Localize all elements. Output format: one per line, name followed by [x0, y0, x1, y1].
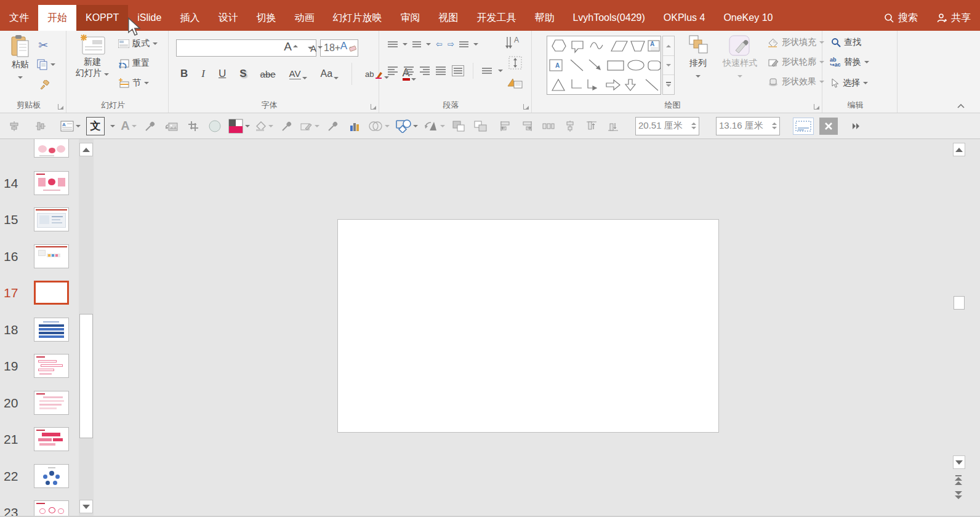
align-objects-left-button[interactable] — [497, 117, 513, 135]
align-center-horizontal-button[interactable] — [6, 117, 22, 135]
arrange-button[interactable]: 排列 — [682, 34, 714, 80]
tab-view[interactable]: 视图 — [429, 5, 467, 31]
new-slide-dropdown[interactable] — [104, 73, 109, 76]
shape-outline-tool-button[interactable] — [300, 117, 319, 135]
text-direction-button[interactable]: A — [505, 36, 521, 50]
copy-button[interactable] — [37, 59, 55, 70]
thumbnail-slide-21[interactable] — [34, 427, 69, 451]
close-tool-button[interactable] — [819, 118, 838, 135]
share-button[interactable]: 共享 — [927, 5, 980, 31]
horizontal-text-box-button[interactable]: A — [60, 117, 81, 135]
align-left-button[interactable] — [388, 65, 398, 76]
text-box-tool-button[interactable] — [793, 118, 814, 135]
previous-slide-button[interactable] — [955, 475, 962, 485]
thumbnail-slide-14[interactable] — [34, 171, 69, 195]
find-button[interactable]: 查找 — [831, 37, 861, 48]
line-spacing-button[interactable] — [459, 40, 468, 49]
align-right-button[interactable] — [420, 65, 430, 76]
distribute-button[interactable] — [452, 65, 464, 76]
collapse-ribbon-button[interactable] — [957, 103, 965, 109]
shrink-font-button[interactable]: A — [307, 38, 326, 55]
canvas-scrollbar[interactable] — [953, 139, 965, 517]
eyedropper-button-2[interactable] — [279, 117, 295, 135]
align-bottom-button[interactable] — [605, 117, 621, 135]
shape-height-field[interactable]: 13.16 厘米 — [716, 117, 780, 135]
tab-developer[interactable]: 开发工具 — [467, 5, 525, 31]
tab-animations[interactable]: 动画 — [285, 5, 323, 31]
clipboard-dialog-launcher[interactable] — [58, 104, 63, 110]
tab-home[interactable]: 开始 — [38, 5, 76, 31]
slide-canvas[interactable] — [337, 219, 719, 433]
tab-lvyhtools[interactable]: LvyhTools(0429) — [563, 5, 654, 31]
align-center-stack-button[interactable] — [562, 117, 578, 135]
align-middle-vertical-button[interactable] — [33, 117, 49, 135]
thumbnail-scroll-thumb[interactable] — [79, 314, 93, 438]
shape-gallery-down[interactable] — [663, 55, 674, 74]
thumbnail-slide-13[interactable] — [34, 139, 69, 158]
height-spin-down[interactable] — [772, 127, 777, 129]
layout-button[interactable]: 版式 — [118, 38, 158, 49]
toolbar-overflow-button[interactable] — [848, 117, 864, 135]
numbering-button[interactable] — [412, 40, 421, 49]
thumbnail-scrollbar[interactable] — [79, 139, 94, 517]
paste-dropdown[interactable] — [18, 76, 23, 79]
shape-effects-button[interactable]: 形状效果 — [768, 76, 824, 87]
canvas-scroll-up[interactable] — [953, 143, 965, 156]
align-objects-right-button[interactable] — [519, 117, 535, 135]
align-top-button[interactable] — [584, 117, 600, 135]
strikethrough-button[interactable]: abe — [257, 67, 279, 81]
thumbnail-scroll-down[interactable] — [79, 500, 93, 513]
quick-styles-button[interactable]: 快速样式 — [717, 34, 763, 80]
underline-button[interactable]: U — [215, 66, 229, 82]
tab-insert[interactable]: 插入 — [171, 5, 209, 31]
thumbnail-slide-15[interactable] — [34, 207, 69, 231]
align-text-button[interactable] — [508, 55, 523, 70]
chart-button[interactable] — [347, 117, 363, 135]
columns-dropdown[interactable] — [498, 70, 503, 72]
convert-smartart-button[interactable] — [507, 76, 523, 90]
shape-gallery-up[interactable] — [663, 36, 674, 55]
thumbnail-slide-19[interactable] — [34, 354, 69, 378]
thumbnail-slide-22[interactable] — [34, 464, 69, 488]
copy-dropdown[interactable] — [50, 63, 55, 66]
change-case-button[interactable]: Aa — [318, 66, 342, 81]
justify-button[interactable] — [436, 65, 446, 76]
width-spin-down[interactable] — [691, 127, 696, 129]
merge-shapes-button[interactable] — [368, 117, 390, 135]
theme-color-swatch-button[interactable] — [228, 117, 250, 135]
thumbnail-slide-20[interactable] — [34, 391, 69, 415]
vertical-text-box-dropdown[interactable] — [110, 125, 115, 127]
thumbnail-scroll-up[interactable] — [79, 143, 93, 156]
shape-gallery[interactable]: AA — [547, 36, 661, 95]
eyedropper-button-3[interactable] — [325, 117, 341, 135]
cut-button[interactable]: ✂ — [38, 38, 48, 52]
next-slide-button[interactable] — [955, 491, 962, 499]
format-painter-button[interactable] — [38, 80, 49, 91]
width-spin-up[interactable] — [691, 122, 696, 125]
eyedropper-button-1[interactable] — [142, 117, 158, 135]
line-spacing-dropdown[interactable] — [473, 43, 478, 46]
thumbnail-slide-23[interactable] — [34, 500, 69, 517]
vertical-text-box-button[interactable]: 文 — [86, 117, 105, 135]
circle-tool-button[interactable] — [207, 117, 223, 135]
tab-slideshow[interactable]: 幻灯片放映 — [323, 5, 391, 31]
shape-outline-button[interactable]: 形状轮廓 — [768, 57, 824, 68]
shape-fill-tool-button[interactable] — [255, 117, 273, 135]
text-shadow-button[interactable]: S — [236, 66, 249, 82]
combine-shapes-button[interactable] — [395, 117, 418, 135]
bring-forward-button[interactable] — [451, 117, 467, 135]
bullets-dropdown[interactable] — [403, 43, 408, 46]
drawing-dialog-launcher[interactable] — [814, 104, 819, 110]
select-button[interactable]: 选择 — [831, 78, 868, 89]
shape-fill-button[interactable]: 形状填充 — [768, 37, 824, 48]
bullets-button[interactable] — [388, 40, 398, 49]
send-backward-button[interactable] — [472, 117, 488, 135]
tab-transitions[interactable]: 切换 — [247, 5, 285, 31]
thumbnail-slide-16[interactable] — [34, 244, 69, 268]
character-spacing-button[interactable]: AV — [286, 66, 310, 81]
font-color-tool-button[interactable]: A — [121, 117, 137, 135]
align-center-button[interactable] — [404, 65, 414, 76]
distribute-horizontal-button[interactable] — [540, 117, 556, 135]
tab-okplus[interactable]: OKPlus 4 — [654, 5, 715, 31]
increase-indent-icon[interactable]: ⇨ — [448, 39, 454, 49]
